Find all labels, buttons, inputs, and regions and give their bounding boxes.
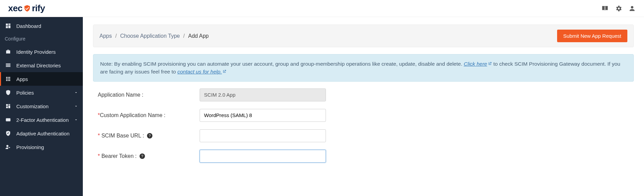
svg-rect-0 [6, 118, 11, 121]
sidebar-item-label: External Directories [16, 63, 61, 68]
sidebar-item-label: 2-Factor Authentication [16, 117, 69, 123]
sidebar-item-label: Identity Providers [16, 49, 56, 55]
breadcrumb-choose-type[interactable]: Choose Application Type [120, 33, 180, 39]
topbar-actions [601, 5, 636, 12]
sidebar-item-adaptive-auth[interactable]: Adaptive Authentication [0, 127, 83, 140]
scim-base-url-input[interactable] [200, 129, 326, 142]
bearer-token-input[interactable] [200, 150, 326, 163]
help-icon[interactable]: ? [140, 153, 145, 159]
logo-text-suffix: rify [32, 3, 45, 14]
help-icon[interactable]: ? [147, 133, 152, 138]
sidebar-item-label: Adaptive Authentication [16, 131, 70, 136]
sidebar-item-label: Dashboard [16, 23, 41, 29]
sidebar-item-label: Customization [16, 103, 49, 109]
bearer-token-label: * Bearer Token : ? [98, 153, 200, 159]
badge-icon [5, 117, 12, 123]
external-link-icon [487, 61, 492, 67]
dashboard-icon [5, 23, 12, 29]
submit-new-app-request-button[interactable]: Submit New App Request [557, 30, 627, 42]
sidebar: Dashboard Configure Identity Providers E… [0, 17, 83, 196]
sidebar-item-apps[interactable]: Apps [0, 72, 83, 86]
contact-us-link[interactable]: contact us for help. [177, 69, 226, 75]
docs-icon[interactable] [601, 5, 609, 12]
chevron-down-icon [74, 103, 78, 109]
chevron-down-icon [74, 90, 78, 96]
sidebar-item-policies[interactable]: Policies [0, 86, 83, 99]
breadcrumb: Apps / Choose Application Type / Add App [99, 33, 209, 39]
sidebar-item-dashboard[interactable]: Dashboard [0, 19, 83, 33]
click-here-link[interactable]: Click here [464, 61, 492, 67]
sidebar-item-external-directories[interactable]: External Directories [0, 59, 83, 72]
shield-check-icon [5, 130, 12, 136]
sidebar-item-label: Policies [16, 90, 34, 96]
scim-base-url-label: * SCIM Base URL : ? [98, 133, 200, 139]
topbar: xec rify [0, 0, 644, 17]
app-form: Application Name : *Custom Application N… [93, 82, 634, 163]
sidebar-item-customization[interactable]: Customization [0, 99, 83, 113]
user-icon[interactable] [628, 5, 636, 12]
sidebar-item-label: Provisioning [16, 144, 44, 150]
provisioning-icon [5, 144, 12, 150]
custom-app-name-input[interactable] [200, 109, 326, 122]
panel-header: Apps / Choose Application Type / Add App… [93, 24, 634, 47]
apps-icon [5, 76, 12, 82]
info-text-part1: Note: By enabling SCIM provisioning you … [100, 61, 464, 67]
external-link-icon [222, 69, 226, 75]
breadcrumb-add-app: Add App [188, 33, 209, 39]
sidebar-item-2fa[interactable]: 2-Factor Authentication [0, 113, 83, 127]
customize-icon [5, 103, 12, 109]
logo-icon [23, 4, 31, 13]
application-name-input [200, 88, 326, 101]
briefcase-icon [5, 49, 12, 55]
info-note: Note: By enabling SCIM provisioning you … [93, 54, 634, 82]
sidebar-item-provisioning[interactable]: Provisioning [0, 140, 83, 154]
sidebar-item-label: Apps [16, 76, 28, 82]
breadcrumb-separator: / [183, 33, 185, 39]
logo: xec rify [8, 3, 45, 14]
logo-text-prefix: xec [8, 3, 22, 14]
sidebar-section-configure: Configure [0, 33, 83, 45]
shield-icon [5, 89, 12, 96]
custom-app-name-label: *Custom Application Name : [98, 112, 200, 118]
list-icon [5, 62, 12, 68]
breadcrumb-separator: / [115, 33, 116, 39]
main-content: Apps / Choose Application Type / Add App… [83, 17, 644, 196]
application-name-label: Application Name : [98, 92, 200, 98]
breadcrumb-apps[interactable]: Apps [99, 33, 112, 39]
chevron-down-icon [74, 117, 78, 123]
gear-icon[interactable] [615, 5, 622, 12]
sidebar-item-identity-providers[interactable]: Identity Providers [0, 45, 83, 59]
